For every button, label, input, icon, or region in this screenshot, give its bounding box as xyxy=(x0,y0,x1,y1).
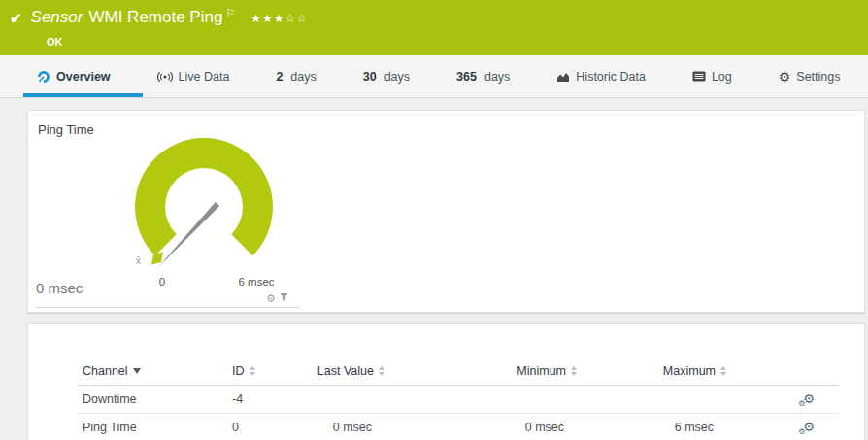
tab-bar: Overview Live Data 2 days 30 days 365 da… xyxy=(0,55,868,98)
column-label: ID xyxy=(232,364,245,378)
sort-icon xyxy=(379,366,384,376)
pin-icon[interactable] xyxy=(280,292,288,304)
column-label: Maximum xyxy=(663,364,716,378)
channel-settings-icon[interactable]: ⚙⚙ xyxy=(803,420,815,434)
channel-maximum xyxy=(577,385,726,413)
tab-number: 30 xyxy=(363,70,377,84)
broadcast-icon xyxy=(157,71,173,83)
gauge-arc xyxy=(135,138,273,255)
tab-label: days xyxy=(484,70,510,84)
gauge-panel: Ping Time x̄ 0 6 msec 0 msec ⚙ xyxy=(27,110,865,313)
gauge-settings-gear-icon[interactable]: ⚙ xyxy=(266,293,276,304)
tab-label: days xyxy=(384,70,410,84)
gear-icon: ⚙ xyxy=(779,70,791,84)
gauge-current-value: 0 msec xyxy=(36,280,83,296)
channel-id: -4 xyxy=(232,385,261,413)
tab-historic-data[interactable]: Historic Data xyxy=(556,70,646,84)
table-row-downtime: Downtime -4 ⚙⚙ xyxy=(77,385,839,413)
sensor-header: ✔ Sensor WMI Remote Ping ⚐ ★★★☆☆ OK xyxy=(0,0,868,55)
page-title: WMI Remote Ping xyxy=(88,6,222,29)
channel-name: Downtime xyxy=(77,385,232,413)
table-header-row: Channel ID Last Value Minimum Maximum xyxy=(77,357,839,385)
log-icon xyxy=(692,71,706,82)
gauge-underline xyxy=(36,307,300,308)
channel-maximum: 6 msec xyxy=(577,413,726,440)
sort-icon xyxy=(250,366,255,376)
tab-label: Log xyxy=(712,70,732,84)
area-chart-icon xyxy=(556,71,570,83)
channel-last-value: 0 msec xyxy=(261,413,384,440)
gauge-average-marker: x̄ xyxy=(136,255,141,266)
status-badge: OK xyxy=(47,36,868,48)
ping-time-gauge: x̄ xyxy=(116,124,310,289)
priority-stars[interactable]: ★★★☆☆ xyxy=(250,7,308,30)
channel-table-panel: Channel ID Last Value Minimum Maximum xyxy=(27,323,865,440)
tab-overview[interactable]: Overview xyxy=(37,70,111,84)
sort-desc-icon xyxy=(133,368,141,374)
channel-minimum: 0 msec xyxy=(384,413,577,440)
tab-live-data[interactable]: Live Data xyxy=(157,70,230,84)
column-label: Last Value xyxy=(317,364,374,378)
sort-icon xyxy=(571,366,577,376)
gauge-scale-min: 0 xyxy=(159,276,165,288)
channel-id: 0 xyxy=(232,413,261,440)
channel-name: Ping Time xyxy=(77,413,232,440)
gauge-title: Ping Time xyxy=(38,122,94,137)
tab-30-days[interactable]: 30 days xyxy=(363,70,410,84)
sort-icon xyxy=(720,366,726,376)
column-header-channel[interactable]: Channel xyxy=(77,357,232,385)
table-row-ping-time: Ping Time 0 0 msec 0 msec 6 msec ⚙⚙ xyxy=(77,413,839,440)
tab-2-days[interactable]: 2 days xyxy=(276,70,316,84)
tab-label: days xyxy=(290,70,316,84)
active-tab-underline xyxy=(23,93,143,97)
status-check-icon: ✔ xyxy=(10,7,22,30)
tab-number: 365 xyxy=(456,70,477,84)
tab-label: Live Data xyxy=(179,70,230,84)
column-label: Minimum xyxy=(517,364,566,378)
column-header-minimum[interactable]: Minimum xyxy=(384,357,577,385)
column-header-last-value[interactable]: Last Value xyxy=(261,357,384,385)
tab-label: Overview xyxy=(56,70,111,84)
tab-settings[interactable]: ⚙ Settings xyxy=(779,70,841,84)
tab-log[interactable]: Log xyxy=(692,70,732,84)
gauge-icon xyxy=(37,70,50,84)
object-kind-label: Sensor xyxy=(31,6,83,29)
gauge-scale-max: 6 msec xyxy=(238,276,274,288)
tab-number: 2 xyxy=(276,70,283,84)
tab-label: Settings xyxy=(796,70,840,84)
column-header-id[interactable]: ID xyxy=(232,357,261,385)
channel-last-value xyxy=(261,385,384,413)
flag-icon[interactable]: ⚐ xyxy=(225,1,235,24)
tab-label: Historic Data xyxy=(576,70,646,84)
tab-365-days[interactable]: 365 days xyxy=(456,70,510,84)
column-header-maximum[interactable]: Maximum xyxy=(577,357,726,385)
channel-table: Channel ID Last Value Minimum Maximum xyxy=(77,357,839,440)
channel-settings-icon[interactable]: ⚙⚙ xyxy=(803,391,815,406)
channel-minimum xyxy=(384,385,577,413)
column-label: Channel xyxy=(83,364,128,378)
